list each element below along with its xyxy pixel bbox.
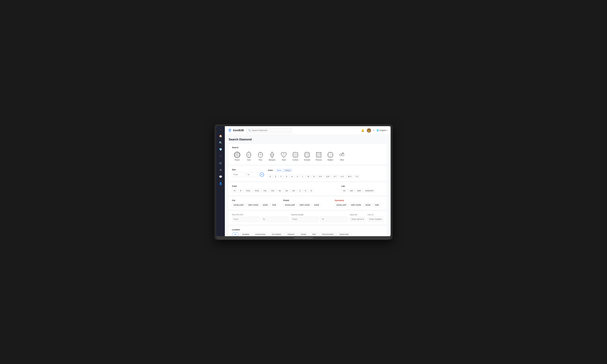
color-pill-D[interactable]: D — [268, 175, 273, 178]
clarity-label: Color — [232, 185, 338, 187]
clarity-IF[interactable]: IF — [238, 189, 243, 193]
location-transit[interactable]: TRANSIT — [285, 233, 297, 236]
lab-HDR[interactable]: HDR — [355, 189, 363, 193]
sym-very-good[interactable]: VERY GOOD — [349, 203, 363, 207]
color-pill-F[interactable]: F — [279, 175, 283, 178]
location-all[interactable]: All — [232, 233, 239, 236]
stone-input[interactable] — [350, 217, 366, 222]
sidebar-item-messages[interactable]: 💬 — [218, 174, 224, 180]
clarity-I1[interactable]: I1 — [297, 189, 302, 193]
color-pill-K[interactable]: K — [295, 175, 300, 178]
color-pill-UV[interactable]: U-V — [339, 175, 346, 178]
logo: GemB2B — [228, 129, 244, 132]
notification-icon[interactable]: 🔔 — [361, 129, 364, 132]
sidebar-item-search[interactable]: 🔍 — [218, 140, 224, 146]
color-pill-YZ[interactable]: Y-Z — [354, 175, 360, 178]
location-newyork[interactable]: NEWYORK — [337, 233, 351, 236]
clarity-VVS2[interactable]: VVS2 — [253, 189, 261, 193]
size-from-input[interactable] — [232, 172, 245, 177]
shape-cushion[interactable]: Cushion — [290, 150, 301, 162]
total-to-input[interactable] — [320, 217, 348, 222]
shape-section: Search — [229, 144, 387, 164]
search-icon: 🔍 — [248, 129, 251, 131]
shape-radiant[interactable]: Radiant — [325, 150, 336, 162]
sidebar-item-cart[interactable]: 🛒 — [218, 160, 224, 166]
clarity-VS1[interactable]: VS1 — [262, 189, 268, 193]
cert-label: Cert no — [368, 214, 383, 216]
color-pill-ST[interactable]: S-T — [332, 175, 338, 178]
sidebar-toggle[interactable]: » — [220, 129, 221, 131]
location-upcoming[interactable]: UPCOMING — [269, 233, 284, 236]
clarity-I3[interactable]: I3 — [309, 189, 314, 193]
size-to-input[interactable] — [246, 172, 259, 177]
emerald-icon — [304, 151, 311, 158]
cut-excellent[interactable]: EXCELLENT — [232, 203, 246, 207]
color-fancy-btn[interactable]: Fancy — [283, 169, 292, 172]
color-pill-QR[interactable]: Q-R — [324, 175, 331, 178]
color-pill-WX[interactable]: W-X — [346, 175, 353, 178]
lab-NONCERT[interactable]: NONCERT — [363, 189, 376, 193]
color-pill-L[interactable]: L — [301, 175, 305, 178]
sym-fair[interactable]: FAIR — [373, 203, 381, 207]
globe-icon: 🌐 — [377, 129, 379, 131]
color-pill-E[interactable]: E — [273, 175, 278, 178]
location-hongkong[interactable]: HONGKONG — [253, 233, 268, 236]
sym-good[interactable]: GOOD — [364, 203, 372, 207]
sidebar-item-profile[interactable]: 👤 — [218, 181, 224, 186]
clarity-VS2[interactable]: VS2 — [269, 189, 276, 193]
clarity-SI1[interactable]: SI1 — [277, 189, 283, 193]
sidebar-item-home[interactable]: 🏠 — [218, 133, 224, 139]
color-pill-M[interactable]: M — [306, 175, 311, 178]
shape-pear[interactable]: Pear — [255, 150, 266, 162]
cut-very-good[interactable]: VERY GOOD — [246, 203, 260, 207]
search-bar[interactable]: 🔍 — [247, 128, 292, 133]
clarity-VVS1[interactable]: VVS1 — [244, 189, 252, 193]
cut-good[interactable]: GOOD — [261, 203, 270, 207]
price-from-input[interactable] — [232, 217, 260, 222]
color-white-btn[interactable]: White — [275, 169, 283, 172]
shape-round[interactable]: Round — [232, 150, 242, 162]
shape-other[interactable]: Other — [337, 150, 347, 162]
shape-heart[interactable]: Heart — [278, 150, 289, 162]
color-pill-OP[interactable]: O-P — [317, 175, 324, 178]
sidebar-item-wishlist[interactable]: ♡ — [218, 153, 224, 159]
lab-IGI[interactable]: IGI — [341, 189, 347, 193]
location-label: Location — [232, 229, 383, 231]
avatar[interactable]: 👩 — [367, 128, 371, 133]
clarity-I2[interactable]: I2 — [303, 189, 308, 193]
lab-GIA[interactable]: GIA — [348, 189, 355, 193]
shape-emerald[interactable]: Emerald — [302, 150, 312, 162]
total-from-input[interactable] — [291, 217, 319, 222]
search-input[interactable] — [252, 129, 290, 131]
color-pill-H[interactable]: H — [290, 175, 295, 178]
location-trip[interactable]: TRIP — [309, 233, 318, 236]
color-pill-G[interactable]: G — [284, 175, 289, 178]
location-mumbai[interactable]: MUMBAI — [240, 233, 252, 236]
shape-oval[interactable]: Oval — [244, 150, 254, 162]
clarity-SI3[interactable]: SI3 — [290, 189, 297, 193]
other-icon — [339, 151, 346, 158]
pear-label: Pear — [259, 159, 262, 161]
shape-princess[interactable]: Princess — [314, 150, 324, 162]
location-processing[interactable]: PROCESSING — [319, 233, 336, 236]
size-add-button[interactable]: + — [260, 172, 264, 177]
sidebar-item-diamonds[interactable]: 💎 — [218, 147, 224, 152]
polish-very-good[interactable]: VERY GOOD — [298, 203, 311, 207]
shape-grid: Round — [232, 150, 383, 162]
location-show[interactable]: SHOW — [298, 233, 308, 236]
cert-input[interactable] — [368, 217, 383, 222]
sym-excellent[interactable]: EXCELLENT — [335, 203, 348, 207]
sidebar-item-settings[interactable]: ⚙ — [218, 167, 224, 173]
clarity-SI2[interactable]: SI2 — [284, 189, 290, 193]
color-pills: D E F G H K L M N O-P Q-R — [268, 175, 383, 178]
chevron-down-icon[interactable]: ▾ — [373, 130, 374, 131]
language-selector[interactable]: 🌐 English ▾ — [377, 129, 387, 131]
polish-excellent[interactable]: EXCELLENT — [283, 203, 297, 207]
shape-marquise[interactable]: Marquise — [267, 150, 277, 162]
price-to-input[interactable] — [261, 217, 289, 222]
clarity-FL[interactable]: FL — [232, 189, 238, 193]
cut-fair[interactable]: FAIR — [270, 203, 278, 207]
color-pill-N[interactable]: N — [311, 175, 316, 178]
lab-filter: Lab IGI GIA HDR NONCERT — [341, 185, 383, 193]
polish-good[interactable]: GOOD — [312, 203, 321, 207]
